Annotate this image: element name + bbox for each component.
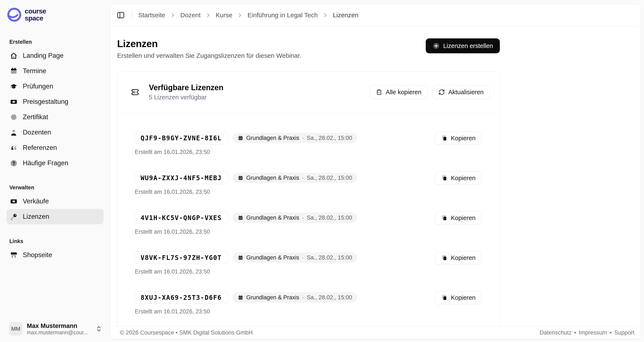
user-name: Max Mustermann <box>27 322 88 329</box>
breadcrumb-item[interactable]: Einführung in Legal Tech <box>248 12 318 19</box>
license-code: 4V1H-KC5V-QNGP-VXES <box>134 212 228 224</box>
license-created: Erstellt am 16.01.2026, 23:50 <box>134 149 482 155</box>
card-title: Verfügbare Lizenzen <box>149 83 224 92</box>
license-code: WU9A-ZXXJ-4NF5-MEBJ <box>134 172 228 184</box>
topbar: Startseite Dozent Kurse Einführung in Le… <box>110 4 641 27</box>
sidebar-item-verkaeufe[interactable]: Verkäufe <box>6 194 104 209</box>
license-code-text: QJF9-B9GY-ZVNE-8I6L <box>140 134 222 142</box>
copy-button[interactable]: Kopieren <box>435 211 482 225</box>
footer-copyright: © 2026 Coursespace • SMK Digital Solutio… <box>120 329 253 336</box>
license-rows: QJF9-B9GY-ZVNE-8I6L Grundlagen & Praxis <box>117 114 500 326</box>
sidebar-item-zertifikat[interactable]: Zertifikat <box>6 109 104 125</box>
refresh-icon <box>438 89 445 95</box>
webinar-badge: Grundlagen & Praxis · Sa., 28.02., 15:00 <box>232 252 357 263</box>
calendar-icon <box>238 215 244 221</box>
breadcrumb-item[interactable]: Dozent <box>180 12 200 19</box>
copy-button[interactable]: Kopieren <box>435 131 482 145</box>
chevron-right-icon <box>237 12 243 18</box>
banknote-icon <box>10 98 18 106</box>
user-meta: Max Mustermann max.mustermann@cour... <box>27 322 88 335</box>
sidebar-item-label: Referenzen <box>23 144 57 152</box>
sidebar-item-pruefungen[interactable]: Prüfungen <box>6 79 104 94</box>
breadcrumb: Startseite Dozent Kurse Einführung in Le… <box>138 12 358 19</box>
copy-icon <box>441 135 448 141</box>
refresh-button[interactable]: Aktualisieren <box>432 85 490 99</box>
sidebar-item-lizenzen[interactable]: Lizenzen <box>6 209 104 224</box>
sidebar-item-label: Landing Page <box>23 52 64 60</box>
sidebar-item-referenzen[interactable]: Referenzen <box>6 140 104 155</box>
panel-left-icon <box>116 11 125 19</box>
copy-button[interactable]: Kopieren <box>435 251 482 264</box>
breadcrumb-item[interactable]: Kurse <box>216 12 232 19</box>
copy-label: Kopieren <box>451 294 476 301</box>
sidebar: course space Erstellen Landing Page Term… <box>0 0 110 342</box>
section-label-links: Links <box>9 238 104 244</box>
copy-label: Kopieren <box>451 254 476 261</box>
licenses-card: Verfügbare Lizenzen 5 Lizenzen verfügbar… <box>117 72 500 326</box>
copy-label: Kopieren <box>451 175 476 182</box>
sidebar-item-label: Lizenzen <box>23 213 49 221</box>
badge-separator: · <box>302 175 304 181</box>
badge-course: Grundlagen & Praxis <box>246 294 299 301</box>
chevrons-up-down-icon <box>96 325 102 332</box>
license-created: Erstellt am 16.01.2026, 23:50 <box>134 229 482 235</box>
user-icon <box>10 129 18 136</box>
badge-course: Grundlagen & Praxis <box>246 135 299 141</box>
refresh-label: Aktualisieren <box>448 89 484 96</box>
sidebar-item-label: Preisgestaltung <box>23 98 68 106</box>
license-created: Erstellt am 16.01.2026, 23:50 <box>134 189 482 195</box>
user-menu[interactable]: MM Max Mustermann max.mustermann@cour... <box>6 320 104 338</box>
sidebar-item-label: Termine <box>23 67 46 75</box>
section-label-erstellen: Erstellen <box>9 39 104 45</box>
footer-link-support[interactable]: Support <box>614 329 634 336</box>
license-row-top: 4V1H-KC5V-QNGP-VXES Grundlagen & Praxis <box>134 212 482 224</box>
copy-icon <box>441 215 448 221</box>
create-licenses-label: Lizenzen erstellen <box>443 42 493 50</box>
copy-icon <box>441 255 448 261</box>
chevron-right-icon <box>205 12 211 18</box>
badge-date: Sa., 28.02., 15:00 <box>307 254 352 261</box>
license-row: 8XUJ-XA69-25T3-D6F6 Grundlagen & Praxis <box>134 291 482 315</box>
sidebar-item-termine[interactable]: Termine <box>6 63 104 79</box>
sidebar-item-label: Häufige Fragen <box>23 159 68 167</box>
copy-icon <box>441 175 448 181</box>
breadcrumb-item[interactable]: Startseite <box>138 12 165 19</box>
footer-link-impressum[interactable]: Impressum <box>578 329 607 336</box>
sidebar-item-label: Shopseite <box>23 251 52 259</box>
license-row: V8VK-FL7S-97ZH-YG0T Grundlagen & Praxis <box>134 251 482 275</box>
plus-circle-icon <box>432 42 440 50</box>
topbar-divider <box>132 12 132 19</box>
graduation-cap-icon <box>10 83 18 90</box>
copy-all-button[interactable]: Alle kopieren <box>370 85 428 99</box>
sidebar-item-label: Prüfungen <box>23 83 53 90</box>
license-row: QJF9-B9GY-ZVNE-8I6L Grundlagen & Praxis <box>134 132 482 155</box>
footer-link-datenschutz[interactable]: Datenschutz <box>540 329 572 336</box>
card-actions: Alle kopieren Aktualisieren <box>370 85 490 99</box>
calendar-icon <box>238 135 244 141</box>
copy-icon <box>441 294 448 301</box>
page-subtitle: Erstellen und verwalten Sie Zugangslizen… <box>117 52 301 59</box>
user-email: max.mustermann@cour... <box>27 329 88 335</box>
sidebar-item-dozenten[interactable]: Dozenten <box>6 125 104 140</box>
licenses-card-titles: Verfügbare Lizenzen 5 Lizenzen verfügbar <box>149 83 224 101</box>
sidebar-item-shopseite[interactable]: Shopseite <box>6 247 104 263</box>
create-licenses-button[interactable]: Lizenzen erstellen <box>426 38 500 53</box>
sidebar-item-landing-page[interactable]: Landing Page <box>6 48 104 63</box>
copy-button[interactable]: Kopieren <box>435 172 482 185</box>
badge-date: Sa., 28.02., 15:00 <box>307 175 352 181</box>
brand-logo[interactable]: course space <box>6 8 104 22</box>
sidebar-item-label: Zertifikat <box>23 113 48 121</box>
badge-separator: · <box>302 294 304 301</box>
copy-button[interactable]: Kopieren <box>435 291 482 304</box>
home-icon <box>10 52 18 60</box>
brand-name: course space <box>25 8 46 22</box>
license-row: 4V1H-KC5V-QNGP-VXES Grundlagen & Praxis <box>134 212 482 235</box>
sidebar-item-haeufige-fragen[interactable]: Häufige Fragen <box>6 155 104 171</box>
card-subtitle: 5 Lizenzen verfügbar <box>149 94 224 101</box>
webinar-badge: Grundlagen & Praxis · Sa., 28.02., 15:00 <box>232 213 357 223</box>
chevron-right-icon <box>322 12 328 18</box>
license-code-text: V8VK-FL7S-97ZH-YG0T <box>140 254 222 261</box>
avatar: MM <box>9 322 22 335</box>
sidebar-item-preisgestaltung[interactable]: Preisgestaltung <box>6 94 104 109</box>
sidebar-toggle-button[interactable] <box>116 11 125 19</box>
